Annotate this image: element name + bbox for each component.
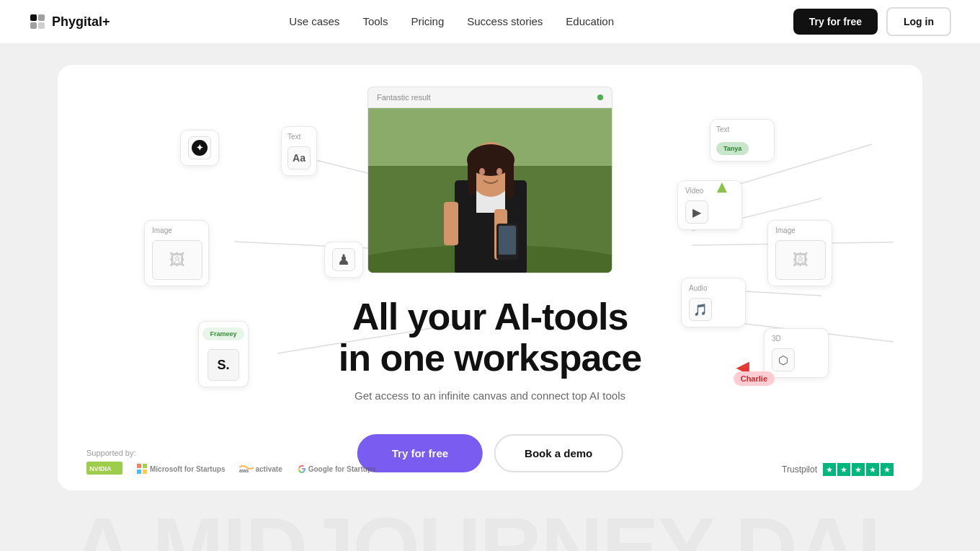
- nav-success-stories[interactable]: Success stories: [467, 15, 543, 27]
- logo[interactable]: Phygital+: [29, 13, 110, 30]
- text-tool-box-right: Text Tanya: [710, 119, 775, 162]
- hero-photo: [368, 107, 612, 273]
- nav-login-button[interactable]: Log in: [886, 7, 951, 36]
- svg-text:aws: aws: [239, 468, 249, 473]
- navbar: Phygital+ Use cases Tools Pricing Succes…: [0, 0, 980, 43]
- 3d-tool-box: 3D ⬡: [764, 328, 829, 378]
- nav-pricing[interactable]: Pricing: [411, 15, 444, 27]
- audio-tool-box: Audio 🎵: [681, 278, 746, 327]
- trustpilot-stars: ★ ★ ★ ★ ★: [823, 463, 894, 476]
- star-2: ★: [837, 463, 850, 476]
- image-tool-box-right: Image 🖼: [767, 220, 832, 286]
- svg-point-25: [496, 168, 502, 175]
- svg-rect-29: [444, 202, 458, 245]
- sketch-tool-box: Frameey S.: [198, 321, 249, 387]
- google-logo: Google for Startups: [297, 464, 376, 474]
- svg-rect-22: [468, 159, 476, 195]
- svg-rect-2: [30, 22, 37, 29]
- hero-headline: All your AI-tools in one workspace: [310, 296, 670, 379]
- aws-logo: aws activate: [239, 464, 282, 473]
- svg-rect-34: [137, 470, 141, 474]
- svg-rect-23: [505, 159, 514, 198]
- ai-tool-box: ✦: [180, 130, 219, 166]
- hero-text: All your AI-tools in one workspace Get a…: [310, 296, 670, 404]
- svg-rect-35: [143, 470, 147, 474]
- frameey-tag: Frameey: [202, 327, 244, 340]
- svg-rect-0: [30, 14, 37, 21]
- nav-links: Use cases Tools Pricing Success stories …: [289, 15, 614, 28]
- svg-rect-3: [38, 22, 45, 29]
- audio-icon: 🎵: [689, 298, 712, 321]
- hero-card: ✦ Text Aa Image 🖼 ♟ Frameey S. Fa: [58, 65, 922, 490]
- trustpilot-section: Trustpilot ★ ★ ★ ★ ★: [782, 463, 894, 476]
- svg-rect-28: [499, 226, 516, 255]
- star-5: ★: [881, 463, 894, 476]
- browser-bar: Fantastic result: [368, 87, 612, 107]
- charlie-tag: Charlie: [734, 371, 775, 386]
- canvas-area: ✦ Text Aa Image 🖼 ♟ Frameey S. Fa: [86, 87, 894, 462]
- cta-buttons: Try for free Book a demo: [357, 434, 623, 472]
- nav-education[interactable]: Education: [566, 15, 614, 27]
- green-cursor-icon: ▲: [713, 177, 731, 197]
- bottom-scrolling-text: A MIDJOURNEY DAL: [0, 505, 980, 551]
- star-3: ★: [852, 463, 865, 476]
- supported-section: Supported by: NVIDIA Microsoft for: [86, 449, 376, 476]
- chess-tool-box: ♟: [324, 242, 363, 278]
- microsoft-logo: Microsoft for Startups: [137, 464, 225, 474]
- svg-rect-1: [38, 14, 45, 21]
- svg-rect-32: [137, 464, 141, 468]
- star-1: ★: [823, 463, 836, 476]
- svg-point-24: [479, 168, 485, 175]
- hero-demo-button[interactable]: Book a demo: [494, 434, 623, 472]
- star-4: ★: [866, 463, 879, 476]
- supported-logos: NVIDIA Microsoft for Startups aws: [86, 462, 376, 476]
- nav-tools[interactable]: Tools: [362, 15, 388, 27]
- nav-use-cases[interactable]: Use cases: [289, 15, 339, 27]
- nav-actions: Try for free Log in: [793, 7, 951, 36]
- nav-try-free-button[interactable]: Try for free: [793, 9, 878, 35]
- text-tool-box-left: Text Aa: [281, 126, 317, 176]
- video-icon: ▶: [685, 200, 708, 224]
- 3d-icon: ⬡: [772, 348, 795, 371]
- supported-label: Supported by:: [86, 449, 376, 457]
- video-tool-box: Video ▶: [677, 180, 742, 230]
- hero-subtext: Get access to an infinite canvas and con…: [310, 388, 670, 405]
- gpt-icon: ✦: [192, 140, 208, 156]
- bottom-text-section: A MIDJOURNEY DAL: [0, 490, 980, 551]
- svg-text:NVIDIA: NVIDIA: [89, 465, 112, 472]
- tanya-label: Tanya: [716, 142, 749, 155]
- trustpilot-label: Trustpilot: [782, 464, 817, 475]
- nvidia-logo: NVIDIA: [86, 462, 122, 476]
- hero-section: ✦ Text Aa Image 🖼 ♟ Frameey S. Fa: [0, 43, 980, 490]
- image-tool-box-left: Image 🖼: [144, 220, 209, 286]
- svg-rect-33: [143, 464, 147, 468]
- center-image-frame: Fantastic result: [368, 87, 612, 273]
